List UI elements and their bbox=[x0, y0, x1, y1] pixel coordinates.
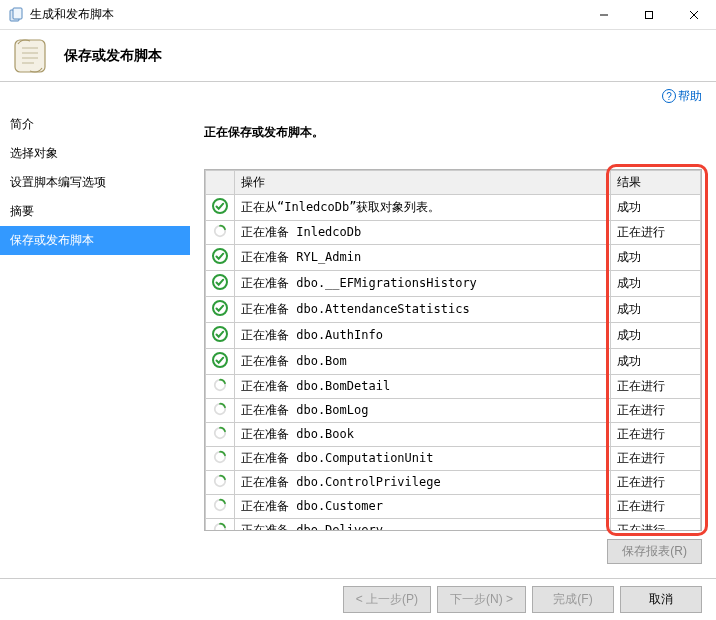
table-row: 正在准备 dbo.Delivery正在进行 bbox=[206, 519, 701, 531]
result-cell: 成功 bbox=[611, 245, 701, 271]
action-cell: 正在准备 dbo.Customer bbox=[235, 495, 611, 519]
svg-rect-3 bbox=[645, 11, 652, 18]
progress-icon bbox=[206, 495, 235, 519]
action-cell: 正在从“InledcoDb”获取对象列表。 bbox=[235, 195, 611, 221]
sidebar-item-2[interactable]: 设置脚本编写选项 bbox=[0, 168, 190, 197]
action-cell: 正在准备 dbo.Delivery bbox=[235, 519, 611, 531]
app-icon bbox=[8, 7, 24, 23]
col-action: 操作 bbox=[235, 171, 611, 195]
table-row: 正在准备 dbo.BomLog正在进行 bbox=[206, 399, 701, 423]
svg-rect-1 bbox=[13, 8, 22, 19]
progress-icon bbox=[206, 519, 235, 531]
result-cell: 成功 bbox=[611, 349, 701, 375]
success-icon bbox=[206, 245, 235, 271]
action-cell: 正在准备 dbo.__EFMigrationsHistory bbox=[235, 271, 611, 297]
result-cell: 正在进行 bbox=[611, 221, 701, 245]
sidebar-item-0[interactable]: 简介 bbox=[0, 110, 190, 139]
minimize-button[interactable] bbox=[581, 0, 626, 30]
success-icon bbox=[206, 195, 235, 221]
save-report-row: 保存报表(R) bbox=[204, 539, 702, 564]
table-row: 正在准备 dbo.__EFMigrationsHistory成功 bbox=[206, 271, 701, 297]
col-result: 结果 bbox=[611, 171, 701, 195]
result-cell: 正在进行 bbox=[611, 519, 701, 531]
sidebar: 简介选择对象设置脚本编写选项摘要保存或发布脚本 bbox=[0, 110, 190, 578]
titlebar: 生成和发布脚本 bbox=[0, 0, 716, 30]
result-cell: 成功 bbox=[611, 195, 701, 221]
footer: < 上一步(P) 下一步(N) > 完成(F) 取消 bbox=[0, 578, 716, 620]
success-icon bbox=[206, 271, 235, 297]
success-icon bbox=[206, 349, 235, 375]
window-controls bbox=[581, 0, 716, 30]
action-cell: 正在准备 RYL_Admin bbox=[235, 245, 611, 271]
save-report-button[interactable]: 保存报表(R) bbox=[607, 539, 702, 564]
content: 正在保存或发布脚本。 操作 结果 正在从“InledcoDb”获取对象列表。成功… bbox=[190, 110, 716, 578]
result-cell: 正在进行 bbox=[611, 399, 701, 423]
table-row: 正在从“InledcoDb”获取对象列表。成功 bbox=[206, 195, 701, 221]
help-link[interactable]: ? 帮助 bbox=[662, 88, 702, 105]
action-cell: 正在准备 dbo.BomLog bbox=[235, 399, 611, 423]
result-cell: 正在进行 bbox=[611, 423, 701, 447]
result-cell: 正在进行 bbox=[611, 471, 701, 495]
action-cell: 正在准备 InledcoDb bbox=[235, 221, 611, 245]
main-area: 简介选择对象设置脚本编写选项摘要保存或发布脚本 正在保存或发布脚本。 操作 结果… bbox=[0, 110, 716, 578]
progress-icon bbox=[206, 471, 235, 495]
header-banner: 保存或发布脚本 bbox=[0, 30, 716, 82]
result-cell: 正在进行 bbox=[611, 375, 701, 399]
table-row: 正在准备 dbo.AuthInfo成功 bbox=[206, 323, 701, 349]
progress-icon bbox=[206, 221, 235, 245]
help-icon: ? bbox=[662, 89, 676, 103]
result-cell: 成功 bbox=[611, 323, 701, 349]
sidebar-item-3[interactable]: 摘要 bbox=[0, 197, 190, 226]
script-scroll-icon bbox=[12, 36, 52, 76]
table-row: 正在准备 InledcoDb正在进行 bbox=[206, 221, 701, 245]
table-row: 正在准备 dbo.ComputationUnit正在进行 bbox=[206, 447, 701, 471]
result-cell: 成功 bbox=[611, 271, 701, 297]
progress-table-scroll[interactable]: 操作 结果 正在从“InledcoDb”获取对象列表。成功正在准备 Inledc… bbox=[205, 170, 701, 530]
table-row: 正在准备 dbo.Bom成功 bbox=[206, 349, 701, 375]
action-cell: 正在准备 dbo.AuthInfo bbox=[235, 323, 611, 349]
progress-icon bbox=[206, 375, 235, 399]
result-cell: 正在进行 bbox=[611, 495, 701, 519]
maximize-button[interactable] bbox=[626, 0, 671, 30]
action-cell: 正在准备 dbo.ControlPrivilege bbox=[235, 471, 611, 495]
toolbar: ? 帮助 bbox=[0, 82, 716, 110]
help-label: 帮助 bbox=[678, 88, 702, 105]
result-cell: 成功 bbox=[611, 297, 701, 323]
result-cell: 正在进行 bbox=[611, 447, 701, 471]
progress-table: 操作 结果 正在从“InledcoDb”获取对象列表。成功正在准备 Inledc… bbox=[205, 170, 701, 530]
finish-button[interactable]: 完成(F) bbox=[532, 586, 614, 613]
table-row: 正在准备 dbo.AttendanceStatistics成功 bbox=[206, 297, 701, 323]
table-row: 正在准备 dbo.Book正在进行 bbox=[206, 423, 701, 447]
cancel-button[interactable]: 取消 bbox=[620, 586, 702, 613]
table-row: 正在准备 RYL_Admin成功 bbox=[206, 245, 701, 271]
table-row: 正在准备 dbo.Customer正在进行 bbox=[206, 495, 701, 519]
prev-button[interactable]: < 上一步(P) bbox=[343, 586, 431, 613]
action-cell: 正在准备 dbo.BomDetail bbox=[235, 375, 611, 399]
sidebar-item-1[interactable]: 选择对象 bbox=[0, 139, 190, 168]
col-icon bbox=[206, 171, 235, 195]
progress-table-wrap: 操作 结果 正在从“InledcoDb”获取对象列表。成功正在准备 Inledc… bbox=[204, 169, 702, 531]
content-title: 正在保存或发布脚本。 bbox=[204, 124, 702, 141]
action-cell: 正在准备 dbo.ComputationUnit bbox=[235, 447, 611, 471]
close-button[interactable] bbox=[671, 0, 716, 30]
table-row: 正在准备 dbo.BomDetail正在进行 bbox=[206, 375, 701, 399]
action-cell: 正在准备 dbo.AttendanceStatistics bbox=[235, 297, 611, 323]
progress-icon bbox=[206, 423, 235, 447]
window-title: 生成和发布脚本 bbox=[30, 6, 581, 23]
action-cell: 正在准备 dbo.Book bbox=[235, 423, 611, 447]
next-button[interactable]: 下一步(N) > bbox=[437, 586, 526, 613]
action-cell: 正在准备 dbo.Bom bbox=[235, 349, 611, 375]
success-icon bbox=[206, 297, 235, 323]
progress-icon bbox=[206, 447, 235, 471]
sidebar-item-4[interactable]: 保存或发布脚本 bbox=[0, 226, 190, 255]
header-title: 保存或发布脚本 bbox=[64, 47, 162, 65]
table-row: 正在准备 dbo.ControlPrivilege正在进行 bbox=[206, 471, 701, 495]
success-icon bbox=[206, 323, 235, 349]
progress-icon bbox=[206, 399, 235, 423]
